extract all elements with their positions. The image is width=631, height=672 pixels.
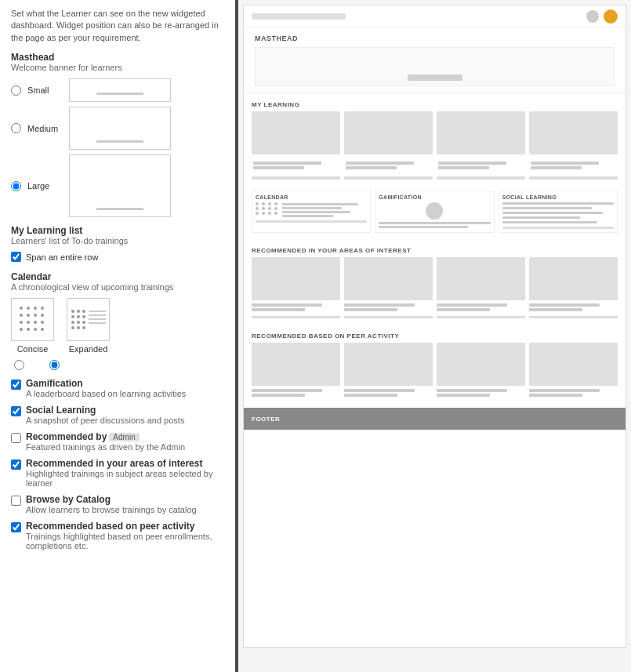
cal-dot — [34, 307, 37, 310]
card-extra-line — [344, 176, 433, 181]
cal-dot — [27, 307, 30, 310]
browse-catalog-title[interactable]: Browse by Catalog — [26, 494, 111, 505]
social-learning-desc: A snapshot of peer discussions and posts — [26, 416, 184, 425]
calendar-expanded-option: Expanded — [67, 298, 110, 354]
cal-dot — [71, 315, 74, 318]
cal-mini-dot — [262, 202, 265, 205]
gamification-label-group: Gamification A leaderboard based on lear… — [26, 378, 186, 398]
preview-header — [244, 5, 626, 28]
preview-card — [437, 343, 525, 386]
card-info — [344, 303, 433, 313]
recommended-peer-checkbox[interactable] — [11, 522, 21, 532]
cal-dot — [41, 321, 44, 324]
social-line — [502, 216, 581, 219]
social-learning-title[interactable]: Social Learning — [26, 405, 96, 416]
card-extra-line — [529, 176, 618, 181]
cal-expanded-radio[interactable] — [49, 360, 60, 370]
cal-mini-dot — [256, 202, 259, 205]
preview-three-col-section: CALENDAR — [244, 187, 626, 239]
preview-line — [252, 316, 340, 318]
my-learning-desc: Learners' list of To-do trainings — [11, 236, 224, 245]
preview-line — [529, 303, 600, 307]
size-small-label[interactable]: Small — [27, 85, 63, 95]
social-learning-checkbox[interactable] — [11, 406, 21, 416]
preview-line — [253, 162, 321, 165]
right-panel: MASTHEAD MY LEARNING — [235, 0, 631, 672]
preview-line — [529, 308, 582, 311]
browse-catalog-item: Browse by Catalog Allow learners to brow… — [11, 494, 224, 514]
preview-card — [437, 257, 525, 300]
cal-dot — [20, 307, 23, 310]
gamif-lines — [379, 222, 490, 228]
preview-line — [437, 303, 507, 307]
cal-line — [282, 211, 350, 213]
card-info — [437, 159, 525, 173]
preview-line — [252, 389, 322, 392]
expanded-label: Expanded — [69, 344, 108, 354]
size-medium-label[interactable]: Medium — [27, 124, 63, 133]
my-learning-cards — [252, 111, 618, 154]
preview-line — [437, 316, 525, 318]
recommended-areas-checkbox[interactable] — [11, 460, 21, 470]
cal-dot — [77, 321, 80, 324]
recommended-by-checkbox[interactable] — [11, 433, 21, 443]
cal-concise-radio[interactable] — [14, 360, 24, 370]
gamification-preview-label: GAMIFICATION — [379, 194, 490, 200]
size-medium-radio[interactable] — [11, 123, 21, 133]
intro-text: Set what the Learner can see on the new … — [11, 8, 224, 44]
recommended-areas-card-lines — [252, 303, 618, 313]
social-lines — [502, 202, 614, 223]
preview-line — [252, 176, 340, 180]
calendar-concise-option: Concise — [11, 298, 54, 354]
gamification-title[interactable]: Gamification — [26, 378, 83, 389]
cal-exp-line — [89, 322, 106, 324]
bell-icon — [586, 10, 599, 23]
preview-line — [529, 389, 600, 392]
gamification-item: Gamification A leaderboard based on lear… — [11, 378, 224, 398]
cal-bottom-line — [256, 220, 367, 223]
span-row-checkbox[interactable] — [11, 252, 21, 262]
span-row-label[interactable]: Span an entire row — [26, 252, 98, 262]
preview-masthead-section: MASTHEAD — [244, 28, 626, 93]
calendar-options: Concise — [11, 298, 224, 354]
my-learning-card-lines2 — [252, 176, 618, 181]
preview-line — [531, 166, 582, 169]
recommended-areas-item: Recommended in your areas of interest Hi… — [11, 458, 224, 488]
gamification-preview-col: GAMIFICATION — [375, 191, 494, 233]
cal-mini-dot — [274, 207, 277, 210]
recommended-peer-preview-section: RECOMMENDED BASED ON PEER ACTIVITY — [244, 325, 626, 405]
recommended-areas-title[interactable]: Recommended in your areas of interest — [26, 458, 202, 469]
recommended-peer-title[interactable]: Recommended based on peer activity — [26, 521, 194, 532]
cal-radio-row — [14, 360, 224, 370]
card-extra-line — [437, 176, 525, 181]
card-extra-line — [252, 176, 340, 181]
recommended-areas-desc: Highlighted trainings in subject areas s… — [26, 469, 224, 488]
social-preview-label: SOCIAL LEARNING — [502, 194, 614, 200]
size-large-label[interactable]: Large — [27, 181, 63, 191]
size-small-radio[interactable] — [11, 85, 21, 96]
cal-line — [282, 215, 333, 217]
cal-dot — [20, 314, 23, 317]
card-info — [529, 389, 618, 398]
size-large-preview — [69, 154, 171, 217]
cal-mini-dot — [268, 212, 271, 215]
preview-line — [529, 394, 582, 397]
avatar-icon — [604, 9, 618, 24]
size-large-radio[interactable] — [11, 181, 21, 191]
preview-my-learning-section: MY LEARNING — [244, 93, 626, 187]
cal-dot — [27, 314, 30, 317]
preview-card — [529, 257, 618, 300]
calendar-preview-label: CALENDAR — [256, 194, 367, 200]
recommended-by-title[interactable]: Recommended by — [26, 431, 107, 442]
preview-line — [344, 394, 397, 397]
cal-exp-dots — [71, 310, 86, 330]
card-info — [252, 389, 340, 398]
cal-exp-lines — [89, 311, 106, 324]
gamification-checkbox[interactable] — [11, 380, 21, 390]
span-row: Span an entire row — [11, 252, 224, 262]
gamification-desc: A leaderboard based on learning activiti… — [26, 389, 186, 398]
gamification-circle — [426, 202, 443, 220]
recommended-by-badge: Admin — [109, 433, 139, 441]
preview-line — [344, 176, 433, 180]
browse-catalog-checkbox[interactable] — [11, 496, 21, 506]
